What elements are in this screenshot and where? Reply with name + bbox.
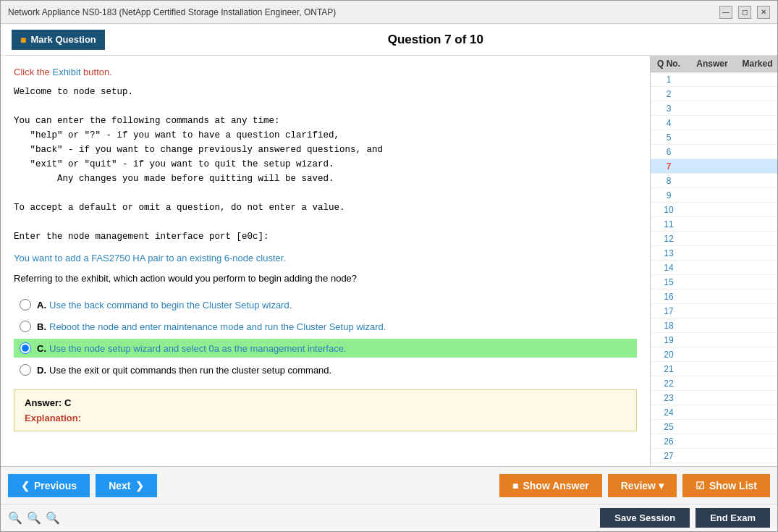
window-controls: — ◻ ✕	[719, 6, 770, 19]
zoom-out-button[interactable]: 🔍	[46, 511, 60, 525]
option-c[interactable]: C. Use the node setup wizard and select …	[14, 339, 637, 358]
question-title: Question 7 of 10	[105, 33, 766, 47]
session-controls: Save Session End Exam	[600, 508, 770, 528]
sidebar-row: 4	[651, 116, 777, 130]
show-list-button[interactable]: ☑ Show List	[682, 474, 770, 497]
sidebar-row: 24	[651, 405, 777, 420]
sidebar-row: 18	[651, 318, 777, 333]
sidebar-qno-24[interactable]: 24	[651, 408, 687, 418]
sidebar-qno-16[interactable]: 16	[651, 292, 687, 302]
sidebar-qno-18[interactable]: 18	[651, 321, 687, 331]
sidebar-header-qno: Q No.	[651, 59, 687, 69]
sidebar-qno-7[interactable]: 7	[651, 161, 687, 172]
sidebar-qno-10[interactable]: 10	[651, 205, 687, 215]
option-d-radio[interactable]	[20, 364, 31, 376]
sidebar-row: 15	[651, 275, 777, 290]
sidebar-row: 14	[651, 261, 777, 275]
option-a-radio[interactable]	[20, 299, 31, 311]
sidebar-row: 5	[651, 130, 777, 145]
option-c-radio[interactable]	[20, 342, 31, 354]
mark-question-button[interactable]: ■ Mark Question	[12, 30, 105, 50]
sidebar-qno-17[interactable]: 17	[651, 306, 687, 316]
sidebar-qno-19[interactable]: 19	[651, 335, 687, 345]
option-b-radio[interactable]	[20, 321, 31, 332]
review-button[interactable]: Review ▾	[608, 474, 677, 497]
answer-label: Answer: C	[25, 397, 626, 408]
sidebar-qno-26[interactable]: 26	[651, 436, 687, 447]
exhibit-text: Click the Exhibit button.	[14, 67, 637, 77]
sidebar-qno-4[interactable]: 4	[651, 118, 687, 128]
close-button[interactable]: ✕	[757, 6, 770, 19]
show-answer-button[interactable]: ■ Show Answer	[499, 474, 602, 497]
sidebar-row: 3	[651, 101, 777, 116]
sidebar-qno-14[interactable]: 14	[651, 263, 687, 273]
sidebar-qno-6[interactable]: 6	[651, 147, 687, 157]
sidebar-qno-13[interactable]: 13	[651, 248, 687, 258]
checkbox-icon: ■	[512, 480, 518, 491]
option-b[interactable]: B. Reboot the node and enter maintenance…	[14, 317, 637, 336]
main-content: Click the Exhibit button. Welcome to nod…	[1, 56, 777, 466]
sidebar-row: 21	[651, 362, 777, 376]
sidebar-row: 10	[651, 203, 777, 217]
option-d[interactable]: D. Use the exit or quit commands then ru…	[14, 360, 637, 379]
window-title: Network Appliance NS0-183 (NetApp Certif…	[8, 7, 336, 17]
previous-button[interactable]: ❮ Previous	[8, 474, 90, 497]
check-icon: ☑	[695, 480, 705, 491]
sidebar-qno-12[interactable]: 12	[651, 234, 687, 244]
sidebar-qno-11[interactable]: 11	[651, 219, 687, 229]
sidebar-row: 25	[651, 420, 777, 434]
sidebar-header: Q No. Answer Marked	[651, 56, 777, 72]
sidebar-qno-25[interactable]: 25	[651, 422, 687, 432]
sidebar-qno-2[interactable]: 2	[651, 89, 687, 99]
sidebar-qno-20[interactable]: 20	[651, 350, 687, 360]
exhibit-link[interactable]: Exhibit	[52, 67, 80, 77]
sidebar-row: 26	[651, 434, 777, 449]
sidebar-qno-8[interactable]: 8	[651, 176, 687, 186]
sidebar-row: 9	[651, 188, 777, 203]
options-list: A. Use the back command to begin the Clu…	[14, 295, 637, 379]
sidebar-row: 12	[651, 232, 777, 246]
sidebar-qno-1[interactable]: 1	[651, 75, 687, 85]
option-a[interactable]: A. Use the back command to begin the Clu…	[14, 295, 637, 314]
zoom-reset-button[interactable]: 🔍	[27, 511, 41, 525]
save-session-label: Save Session	[614, 512, 675, 523]
option-b-text: Reboot the node and enter maintenance mo…	[49, 321, 386, 332]
sidebar-row: 11	[651, 217, 777, 232]
question-text-2: Referring to the exhibit, which action w…	[14, 271, 637, 286]
sidebar-row: 17	[651, 304, 777, 318]
option-d-text: Use the exit or quit commands then run t…	[49, 365, 331, 376]
chevron-right-icon: ❯	[135, 480, 144, 491]
review-dropdown-icon: ▾	[659, 480, 664, 491]
sidebar-row: 2	[651, 87, 777, 101]
header: ■ Mark Question Question 7 of 10	[1, 24, 777, 56]
sidebar-qno-22[interactable]: 22	[651, 379, 687, 389]
sidebar-row: 7	[651, 159, 777, 174]
sidebar-row: 27	[651, 449, 777, 463]
sidebar-qno-23[interactable]: 23	[651, 393, 687, 403]
sidebar-row: 19	[651, 333, 777, 347]
end-exam-label: End Exam	[710, 512, 756, 523]
sidebar-qno-9[interactable]: 9	[651, 190, 687, 200]
next-button[interactable]: Next ❯	[96, 474, 156, 497]
minimize-button[interactable]: —	[719, 6, 732, 19]
sidebar-row: 6	[651, 145, 777, 159]
review-label: Review	[621, 480, 656, 491]
code-block: Welcome to node setup. You can enter the…	[14, 85, 637, 244]
end-exam-button[interactable]: End Exam	[695, 508, 770, 528]
app-window: Network Appliance NS0-183 (NetApp Certif…	[0, 0, 778, 532]
sidebar-header-marked: Marked	[737, 59, 777, 69]
sidebar-qno-21[interactable]: 21	[651, 364, 687, 374]
question-list-sidebar: Q No. Answer Marked 12345678910111213141…	[651, 56, 777, 466]
sidebar-row: 8	[651, 174, 777, 188]
bottom-navigation-bar: ❮ Previous Next ❯ ■ Show Answer Review ▾…	[1, 466, 777, 504]
restore-button[interactable]: ◻	[738, 6, 751, 19]
sidebar-qno-5[interactable]: 5	[651, 132, 687, 143]
sidebar-qno-3[interactable]: 3	[651, 104, 687, 114]
zoom-in-button[interactable]: 🔍	[8, 511, 22, 525]
save-session-button[interactable]: Save Session	[600, 508, 690, 528]
chevron-left-icon: ❮	[21, 480, 30, 491]
question-text-1: You want to add a FAS2750 HA pair to an …	[14, 251, 637, 266]
sidebar-qno-27[interactable]: 27	[651, 451, 687, 461]
sidebar-qno-15[interactable]: 15	[651, 277, 687, 287]
option-c-text: Use the node setup wizard and select 0a …	[49, 343, 346, 354]
